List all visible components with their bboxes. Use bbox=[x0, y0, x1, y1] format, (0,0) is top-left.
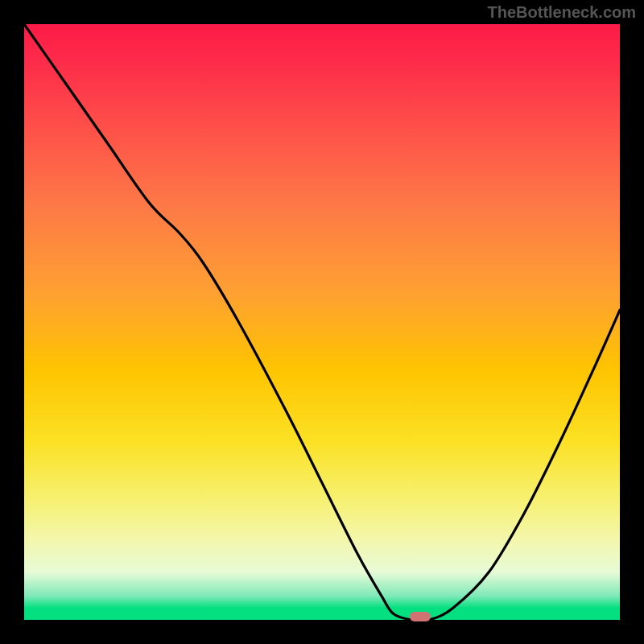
chart-frame: TheBottleneck.com bbox=[0, 0, 644, 644]
optimal-point-marker bbox=[410, 612, 431, 621]
watermark-text: TheBottleneck.com bbox=[488, 3, 636, 22]
plot-area bbox=[24, 24, 620, 620]
curve-path bbox=[24, 24, 620, 621]
bottleneck-curve bbox=[24, 24, 620, 620]
